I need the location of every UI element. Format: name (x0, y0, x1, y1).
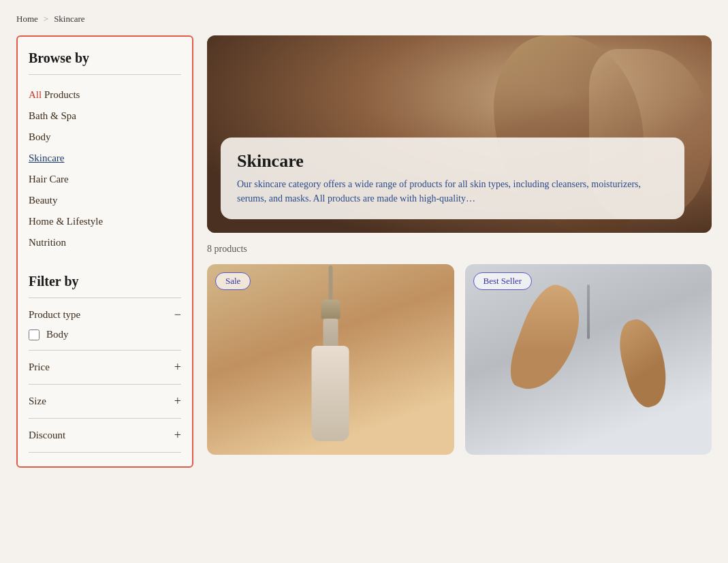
filter-discount-toggle[interactable]: + (174, 428, 181, 443)
main-content: Skincare Our skincare category offers a … (207, 35, 712, 468)
breadcrumb: Home > Skincare (16, 14, 712, 25)
dropper-line (587, 285, 590, 339)
filter-option-body[interactable]: Body (29, 329, 181, 340)
filter-checkbox-body[interactable] (29, 329, 39, 340)
bottle-body (312, 346, 349, 441)
filter-product-type: Product type − Body (29, 297, 181, 350)
browse-item-bath-spa[interactable]: Bath & Spa (29, 106, 181, 127)
main-layout: Browse by All Products Bath & Spa Body S… (16, 35, 712, 468)
product-badge-sale: Sale (215, 272, 251, 290)
bottle-neck (323, 319, 338, 346)
sidebar: Browse by All Products Bath & Spa Body S… (16, 35, 193, 468)
browse-item-all-highlight: All (29, 89, 42, 100)
filter-discount: Discount + (29, 418, 181, 453)
hand-visual (465, 264, 712, 455)
filter-discount-header[interactable]: Discount + (29, 428, 181, 443)
filter-product-type-header[interactable]: Product type − (29, 308, 181, 322)
breadcrumb-separator: > (44, 14, 48, 25)
browse-item-nutrition[interactable]: Nutrition (29, 232, 181, 253)
filter-price-toggle[interactable]: + (174, 360, 181, 374)
bottle-visual (312, 266, 349, 441)
product-card-1[interactable]: Sale (207, 264, 454, 455)
filter-discount-label: Discount (29, 430, 65, 441)
filter-by-title: Filter by (29, 274, 181, 289)
browse-divider (29, 74, 181, 75)
browse-item-beauty[interactable]: Beauty (29, 190, 181, 211)
browse-item-home-lifestyle[interactable]: Home & Lifestyle (29, 211, 181, 232)
filter-product-type-label: Product type (29, 309, 80, 321)
browse-item-all-rest: Products (42, 89, 80, 100)
page-wrapper: Home > Skincare Browse by All Products B… (0, 0, 728, 481)
filter-product-type-toggle[interactable]: − (174, 308, 181, 322)
browse-item-all-products[interactable]: All Products (29, 84, 181, 106)
filter-option-body-label: Body (46, 329, 69, 340)
product-card-2[interactable]: Best Seller (465, 264, 712, 455)
browse-list: All Products Bath & Spa Body Skincare Ha… (29, 84, 181, 253)
browse-item-skincare[interactable]: Skincare (29, 148, 181, 169)
hero-title: Skincare (237, 151, 668, 172)
hero-banner: Skincare Our skincare category offers a … (207, 35, 712, 233)
hero-card: Skincare Our skincare category offers a … (221, 138, 684, 219)
filter-size-header[interactable]: Size + (29, 394, 181, 408)
filter-size-toggle[interactable]: + (174, 394, 181, 408)
browse-item-body[interactable]: Body (29, 127, 181, 148)
breadcrumb-current: Skincare (54, 14, 84, 25)
bottle-dropper (328, 266, 332, 300)
products-grid: Sale Best Seller (207, 264, 712, 455)
filter-price: Price + (29, 350, 181, 384)
filter-price-label: Price (29, 361, 50, 373)
bottle-cap (321, 300, 340, 319)
filter-size: Size + (29, 384, 181, 418)
filter-price-header[interactable]: Price + (29, 360, 181, 374)
breadcrumb-home[interactable]: Home (16, 14, 38, 25)
hero-description: Our skincare category offers a wide rang… (237, 177, 668, 206)
hand-shape-2 (612, 315, 675, 411)
filter-product-type-body: Body (29, 329, 181, 340)
browse-item-hair-care[interactable]: Hair Care (29, 169, 181, 190)
browse-by-title: Browse by (29, 50, 181, 66)
filter-size-label: Size (29, 396, 46, 407)
hand-shape-1 (503, 278, 591, 400)
products-count: 8 products (207, 244, 712, 255)
